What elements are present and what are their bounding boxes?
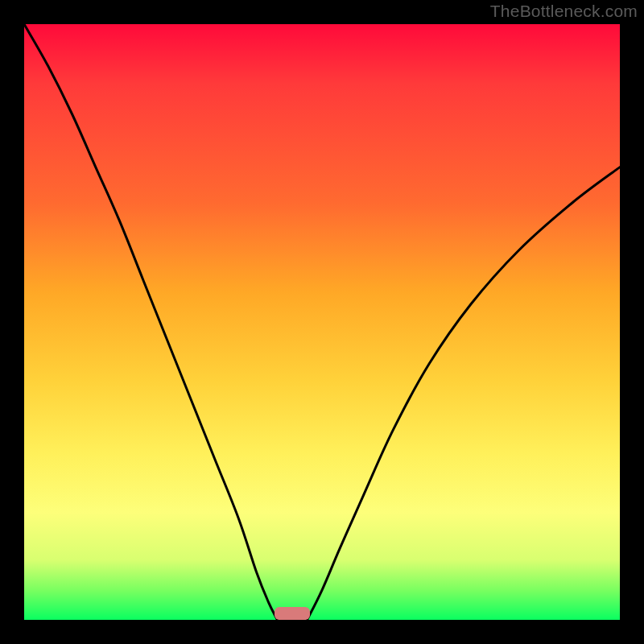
plot-area xyxy=(24,24,620,620)
curve-left-branch xyxy=(24,24,278,620)
curve-right-branch xyxy=(308,167,621,620)
optimum-marker xyxy=(275,607,310,620)
bottleneck-curve xyxy=(24,24,620,620)
watermark-text: TheBottleneck.com xyxy=(490,2,638,21)
chart-frame: TheBottleneck.com xyxy=(0,0,644,644)
